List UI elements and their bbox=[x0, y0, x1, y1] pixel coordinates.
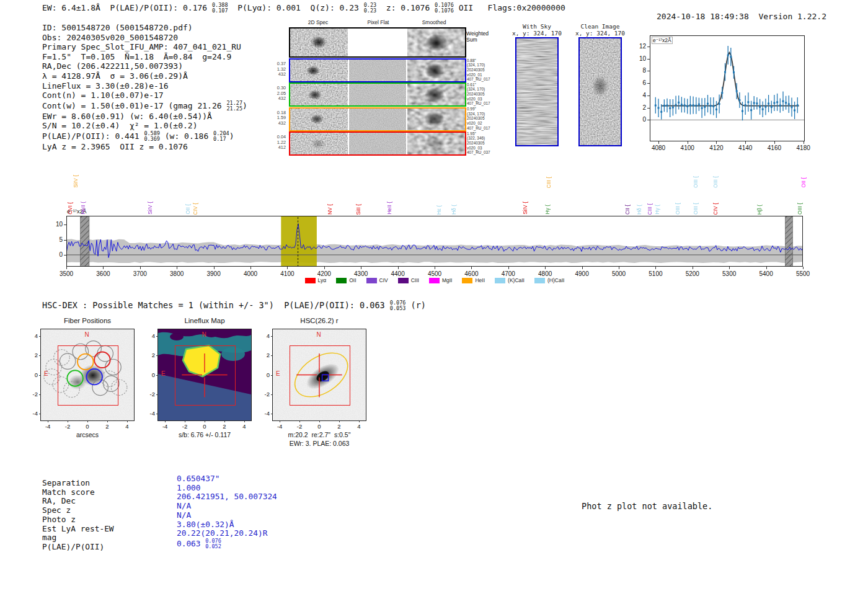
stacked-uncertainty: 0.2040.17 bbox=[213, 131, 229, 142]
spectrum-xtick-mark bbox=[398, 267, 399, 269]
cutout-xtick-mark bbox=[299, 420, 300, 422]
noise-image bbox=[349, 60, 407, 81]
row-flat-panel bbox=[349, 84, 407, 105]
noise-image bbox=[290, 84, 348, 105]
spectrum-ytick-label: 0 bbox=[50, 251, 63, 258]
match-table-label: P(LAE)/P(OII) bbox=[42, 543, 114, 552]
emission-line-label: CIII { bbox=[546, 177, 552, 188]
text-segment: Obs: 20240305v020_5001548720 bbox=[42, 33, 178, 42]
emission-line-label: OVI { bbox=[67, 202, 73, 215]
match-table-value: 1.000 bbox=[177, 484, 277, 493]
cutout-xtick-label: -4 bbox=[45, 423, 50, 430]
header-timestamp-version: 2024-10-18 18:49:38 Version 1.22.2 bbox=[637, 2, 826, 30]
noise-image bbox=[407, 84, 465, 105]
spectrum-xtick-label: 3900 bbox=[206, 270, 220, 277]
legend-swatch bbox=[429, 278, 440, 283]
spectrum-xtick-mark bbox=[214, 267, 215, 269]
row-2d-panel bbox=[290, 84, 348, 105]
match-table-label: Est LyA rest-EW bbox=[42, 525, 114, 534]
text-segment: N/A bbox=[177, 510, 191, 520]
spectrum-xtick-mark bbox=[250, 267, 251, 269]
extraction-box bbox=[290, 345, 350, 405]
cutout-xtick-label: -4 bbox=[277, 423, 282, 430]
info-line: LineFlux = 3.30(±0.28)e-16 bbox=[42, 81, 247, 91]
cutout-ytick-label: 2 bbox=[259, 352, 270, 358]
text-segment: HSC-DEX : Possible Matches = 1 (within +… bbox=[42, 300, 390, 310]
spectrum-xtick-mark bbox=[619, 267, 619, 269]
cutout-ytick-mark bbox=[39, 355, 41, 356]
noise-image bbox=[290, 109, 348, 130]
spec2d-column-title: 2D Spec bbox=[308, 19, 329, 25]
legend-swatch bbox=[336, 278, 347, 283]
spectrum-xtick-mark bbox=[582, 267, 583, 269]
cutout-title: HSC(26.2) r bbox=[300, 317, 338, 324]
cutout-xtick-mark bbox=[319, 420, 320, 422]
legend-item: OII bbox=[336, 277, 356, 283]
spectrum-xtick-mark bbox=[177, 267, 177, 269]
spectrum-xtick-mark bbox=[803, 267, 804, 269]
detection-info-block: ID: 5001548720 (5001548720.pdf)Obs: 2024… bbox=[42, 23, 247, 152]
info-line: Cont(n) = 1.10(±0.07)e-17 bbox=[42, 91, 247, 100]
emission-line-label: SiIV { bbox=[73, 175, 79, 188]
info-line: Primary Spec_Slot_IFU_AMP: 407_041_021_R… bbox=[42, 42, 247, 52]
stacked-uncertainty: 0.10760.1076 bbox=[435, 2, 454, 14]
inset-ytick-label: 6 bbox=[635, 79, 646, 86]
emission-line-label: CIII { bbox=[647, 203, 653, 215]
row-left-stats: 0.30 2.05 432 bbox=[269, 86, 286, 102]
spectrum-xtick-mark bbox=[693, 267, 693, 269]
emission-line-label: Hγ ( bbox=[544, 205, 551, 215]
text-segment: Cont(w) = 1.50(±0.01)e-17 (gmag 21.26 bbox=[42, 101, 226, 110]
cutout-ytick-mark bbox=[156, 394, 158, 395]
cutout-xtick-label: -2 bbox=[65, 423, 70, 430]
spectrum-xtick-mark bbox=[435, 267, 435, 269]
legend-item: CIII bbox=[398, 277, 419, 283]
legend-label: MgII bbox=[442, 277, 453, 283]
emission-line-label: Hγ ( bbox=[654, 205, 660, 215]
spectrum-xtick-mark bbox=[140, 267, 141, 269]
inset-xtick-label: 4140 bbox=[738, 144, 752, 151]
emission-line-label: HeII { bbox=[386, 202, 392, 215]
emission-line-label: Hδ ( bbox=[451, 205, 457, 215]
text-segment: EWr = 8.60(±0.91) (w: 6.40(±0.54))Å bbox=[42, 112, 212, 121]
cutout-ytick-mark bbox=[271, 336, 273, 337]
cutout-xtick-label: 0 bbox=[86, 423, 89, 430]
noise-image bbox=[580, 38, 621, 145]
east-label: E bbox=[161, 370, 166, 377]
spectrum-xtick-label: 5300 bbox=[722, 270, 736, 277]
text-segment: 206.421951, 50.007324 bbox=[177, 492, 277, 501]
noise-image bbox=[349, 109, 407, 130]
emission-line-label: OII { bbox=[185, 204, 191, 215]
hscdex-match-line: HSC-DEX : Possible Matches = 1 (within +… bbox=[42, 300, 426, 311]
emission-line-label: Hδ ( bbox=[636, 205, 642, 215]
spectrum-xtick-mark bbox=[66, 267, 67, 269]
stacked-uncertainty: 0.3880.107 bbox=[212, 2, 228, 14]
spectrum-ytick-label: 5 bbox=[50, 236, 63, 243]
legend-swatch bbox=[366, 278, 377, 283]
sky-panel-title: With Sky x, y: 324, 170 bbox=[503, 23, 571, 37]
exposure-row bbox=[289, 58, 466, 82]
noise-image bbox=[349, 84, 407, 105]
cutout-xtick-mark bbox=[165, 420, 166, 422]
emission-line-label: Hβ ( bbox=[756, 205, 763, 215]
match-table-values: 0.650437"1.000206.421951, 50.007324N/AN/… bbox=[177, 474, 277, 549]
cutout-xtick-mark bbox=[224, 420, 225, 422]
inset-xtick-mark bbox=[774, 141, 775, 144]
inset-ylabel: e⁻¹⁷x2Å bbox=[652, 37, 673, 44]
weighted-sum-label: Weighted Sum bbox=[466, 30, 489, 43]
inset-xtick-mark bbox=[745, 141, 746, 144]
noise-image bbox=[516, 38, 557, 145]
cutout-xtick-label: 2 bbox=[105, 423, 108, 430]
cutout-plot-box: NE bbox=[158, 329, 251, 420]
match-table-value: 20.22(20.21,20.24)R bbox=[177, 529, 277, 538]
cutout-ytick-mark bbox=[156, 336, 158, 337]
match-table-label: RA, Dec bbox=[42, 497, 114, 506]
sky-panel-title: Clean Image x, y: 324, 170 bbox=[566, 23, 634, 37]
match-table-label: Photo z bbox=[42, 515, 114, 525]
row-2d-panel bbox=[290, 133, 348, 154]
inset-xtick-mark bbox=[688, 141, 688, 144]
legend-item: (H)CaII bbox=[534, 277, 564, 283]
spectrum-xtick-mark bbox=[103, 267, 104, 269]
inset-ytick-label: 10 bbox=[635, 55, 646, 62]
cutout-ytick-mark bbox=[156, 414, 158, 414]
text-segment: λ = 4128.97Å σ = 3.06(±0.29)Å bbox=[42, 71, 188, 81]
